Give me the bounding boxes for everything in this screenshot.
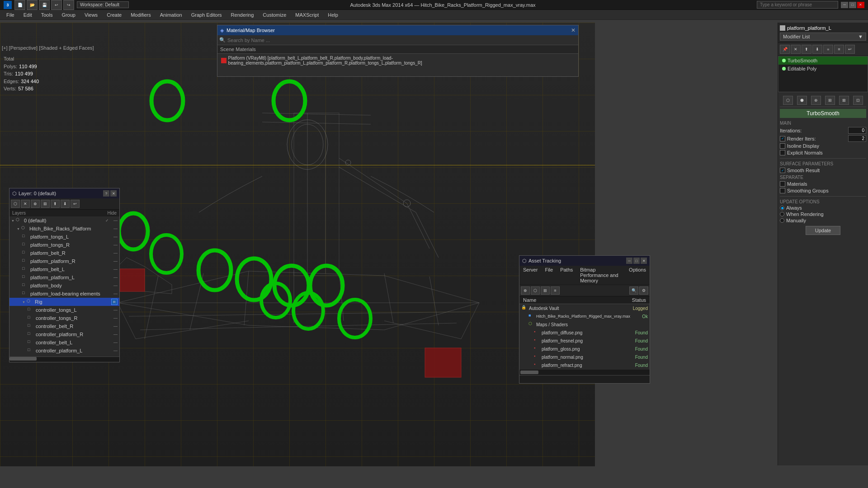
- material-browser-close[interactable]: ✕: [571, 27, 576, 33]
- layer-0-default[interactable]: ⬡ 0 (default) ✓ —: [9, 216, 119, 225]
- rp-icon3[interactable]: ⊕: [811, 96, 821, 105]
- layer-tool-4[interactable]: ⊞: [41, 200, 50, 208]
- material-list[interactable]: Platform (VRayMtl) [platform_belt_L,plat…: [217, 54, 578, 76]
- layer-body[interactable]: □ platform_body —: [9, 282, 119, 290]
- explicit-normals-checkbox[interactable]: [780, 150, 785, 155]
- redo-btn[interactable]: ↪: [63, 0, 74, 10]
- undo-btn[interactable]: ↩: [51, 0, 62, 10]
- manually-radio[interactable]: [780, 218, 784, 223]
- layer-tongs-l[interactable]: □ platform_tongs_L —: [9, 233, 119, 241]
- asset-menu-file[interactable]: File: [541, 266, 557, 285]
- menu-edit[interactable]: Edit: [19, 11, 37, 19]
- material-item[interactable]: Platform (VRayMtl) [platform_belt_L,plat…: [217, 54, 578, 67]
- layer-ctrl-belt-r[interactable]: □ controller_belt_R —: [9, 322, 119, 330]
- maximize-btn[interactable]: □: [849, 2, 856, 8]
- asset-min-btn[interactable]: ─: [626, 258, 632, 264]
- menu-views[interactable]: Views: [80, 11, 102, 19]
- layer-ctrl-platform-r[interactable]: □ controller_platform_R —: [9, 330, 119, 338]
- turbosmooth-modifier[interactable]: TurboSmooth: [778, 56, 868, 65]
- asset-tool-1[interactable]: ⊕: [521, 286, 530, 295]
- editable-poly-modifier[interactable]: Editable Poly: [778, 65, 868, 73]
- asset-close-btn[interactable]: ✕: [641, 258, 647, 264]
- workspace-dropdown[interactable]: Workspace: Default: [77, 1, 129, 8]
- layer-tool-7[interactable]: ↩: [71, 200, 80, 208]
- asset-tool-2[interactable]: ⬡: [531, 286, 540, 295]
- layer-tool-6[interactable]: ⬇: [61, 200, 70, 208]
- layer-hitch[interactable]: ⬡ Hitch_Bike_Racks_Platform —: [9, 225, 119, 233]
- show-stack-btn[interactable]: ≡: [834, 45, 844, 54]
- close-btn[interactable]: ✕: [857, 2, 864, 8]
- menu-create[interactable]: Create: [102, 11, 126, 19]
- layer-tongs-r[interactable]: □ platform_tongs_R —: [9, 241, 119, 249]
- asset-tool-6[interactable]: ⚙: [639, 286, 648, 295]
- render-iters-input[interactable]: [848, 135, 866, 142]
- layer-ctrl-tongs-l[interactable]: □ controller_tongs_L —: [9, 306, 119, 314]
- material-search-input[interactable]: [227, 38, 576, 43]
- new-btn[interactable]: 📄: [14, 0, 25, 10]
- render-iters-checkbox[interactable]: ✓: [780, 136, 785, 141]
- minimize-btn[interactable]: ─: [841, 2, 848, 8]
- delete-mod-btn[interactable]: ✕: [791, 45, 801, 54]
- asset-vault[interactable]: 🔒 Autodesk Vault Logged: [519, 304, 650, 312]
- asset-tool-3[interactable]: ⊞: [541, 286, 550, 295]
- asset-menu-bitmap[interactable]: Bitmap Performance and Memory: [576, 266, 625, 285]
- asset-tool-4[interactable]: ≡: [551, 286, 560, 295]
- always-radio[interactable]: [780, 206, 784, 210]
- smoothing-groups-checkbox[interactable]: [780, 188, 785, 193]
- asset-gloss[interactable]: ▪ platform_gloss.png Found: [519, 345, 650, 353]
- iterations-input[interactable]: [848, 127, 866, 134]
- asset-max-file[interactable]: ■ Hitch_Bike_Racks_Platform_Rigged_max_v…: [519, 312, 650, 320]
- rp-icon6[interactable]: ⊡: [853, 96, 863, 105]
- layer-tool-2[interactable]: ✕: [21, 200, 30, 208]
- layers-close-btn[interactable]: ✕: [110, 190, 117, 197]
- asset-fresnel[interactable]: ▪ platform_fresnel.png Found: [519, 337, 650, 345]
- layer-ctrl-platform-l[interactable]: □ controller_platform_L —: [9, 347, 119, 355]
- menu-rendering[interactable]: Rendering: [226, 11, 259, 19]
- rp-icon4[interactable]: ⊞: [825, 96, 835, 105]
- pin-btn[interactable]: 📌: [780, 45, 790, 54]
- layer-belt-r[interactable]: □ platform_belt_R —: [9, 249, 119, 257]
- modifier-list-header[interactable]: Modifier List ▼: [780, 33, 866, 41]
- make-unique-btn[interactable]: ↩: [845, 45, 855, 54]
- layer-platform-l[interactable]: □ platform_platform_L —: [9, 273, 119, 282]
- menu-file[interactable]: File: [2, 11, 19, 19]
- rp-icon5[interactable]: ⊠: [839, 96, 849, 105]
- asset-tool-5[interactable]: 🔍: [629, 286, 638, 295]
- asset-menu-paths[interactable]: Paths: [557, 266, 576, 285]
- menu-maxscript[interactable]: MAXScript: [291, 11, 323, 19]
- rp-icon2[interactable]: ⬢: [797, 96, 807, 105]
- isoline-checkbox[interactable]: [780, 143, 785, 149]
- asset-h-scrollbar[interactable]: [519, 370, 650, 375]
- menu-animation[interactable]: Animation: [156, 11, 187, 19]
- layer-tool-3[interactable]: ⊕: [31, 200, 40, 208]
- layer-tool-5[interactable]: ⬆: [51, 200, 60, 208]
- move-up-btn[interactable]: ⬆: [802, 45, 811, 54]
- asset-diffuse[interactable]: ▪ platform_diffuse.png Found: [519, 328, 650, 337]
- asset-normal[interactable]: ▪ platform_normal.png Found: [519, 353, 650, 361]
- rp-icon1[interactable]: ⬡: [783, 96, 793, 105]
- layer-rig[interactable]: ⬡ Rig R: [9, 298, 119, 306]
- configure-btn[interactable]: =: [823, 45, 833, 54]
- layers-h-scrollbar[interactable]: [9, 357, 119, 362]
- asset-menu-server[interactable]: Server: [519, 266, 541, 285]
- menu-customize[interactable]: Customize: [258, 11, 291, 19]
- update-button[interactable]: Update: [806, 226, 840, 235]
- asset-menu-options[interactable]: Options: [625, 266, 650, 285]
- asset-max-btn[interactable]: □: [633, 258, 640, 264]
- menu-tools[interactable]: Tools: [37, 11, 57, 19]
- move-down-btn[interactable]: ⬇: [812, 45, 822, 54]
- when-rendering-radio[interactable]: [780, 212, 784, 216]
- object-color-swatch[interactable]: [780, 25, 785, 31]
- layer-load-bearing[interactable]: □ platform_load-bearing elements —: [9, 290, 119, 298]
- materials-checkbox[interactable]: [780, 181, 785, 187]
- open-btn[interactable]: 📂: [27, 0, 38, 10]
- search-input[interactable]: [757, 1, 838, 9]
- menu-group[interactable]: Group: [57, 11, 80, 19]
- layer-belt-l[interactable]: □ platform_belt_L —: [9, 265, 119, 273]
- asset-maps-folder[interactable]: ⬡ Maps / Shaders: [519, 320, 650, 328]
- smooth-result-checkbox[interactable]: ✓: [780, 168, 785, 173]
- menu-help[interactable]: Help: [323, 11, 343, 19]
- menu-modifiers[interactable]: Modifiers: [126, 11, 156, 19]
- asset-refract[interactable]: ▪ platform_refract.png Found: [519, 361, 650, 369]
- layer-platform-r[interactable]: □ platform_platform_R —: [9, 257, 119, 265]
